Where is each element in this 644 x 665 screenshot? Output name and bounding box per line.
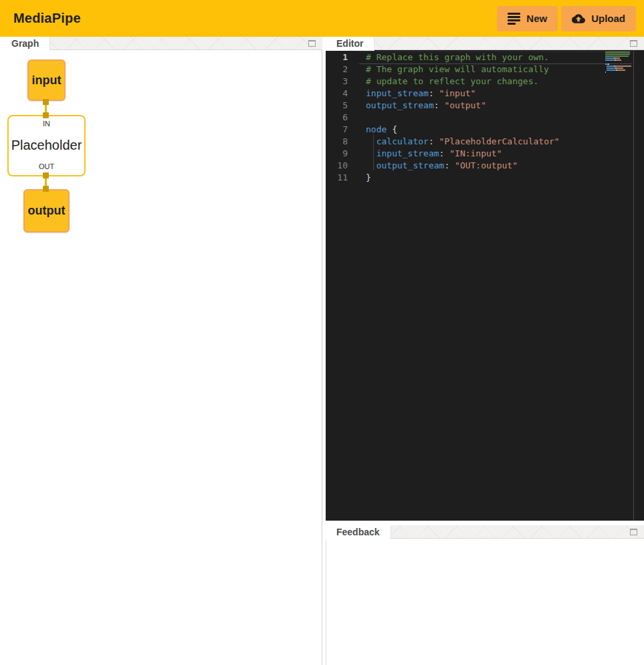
minimap[interactable] [605, 51, 633, 74]
tab-feedback-label: Feedback [336, 527, 380, 537]
line-number: 1 [326, 51, 348, 63]
line-number: 10 [326, 160, 348, 172]
maximize-icon [630, 40, 637, 47]
code-line: 3# update to reflect your changes. [326, 76, 644, 88]
tab-graph-label: Graph [11, 38, 39, 49]
graph-maximize-button[interactable] [308, 39, 316, 47]
node-input-label: input [32, 74, 62, 88]
editor-panel: Editor 1# Replace this graph with your o… [326, 37, 644, 521]
port-placeholder-out[interactable] [43, 172, 49, 178]
port-placeholder-in[interactable] [43, 112, 49, 118]
port-input-out[interactable] [43, 99, 49, 105]
graph-node-output[interactable]: output [23, 189, 70, 233]
node-output-label: output [28, 204, 66, 218]
maximize-icon [308, 40, 316, 47]
feedback-maximize-button[interactable] [630, 528, 638, 535]
line-number: 7 [326, 124, 348, 136]
feedback-content [326, 539, 644, 665]
placeholder-in-port-label: IN [43, 120, 50, 128]
code-line: 11} [326, 172, 644, 184]
code-line: 1# Replace this graph with your own. [326, 51, 644, 63]
tab-graph[interactable]: Graph [1, 37, 50, 51]
graph-panel: Graph input IN Placeholder OUT output [1, 37, 322, 665]
code-line: 4input_stream: "input" [326, 88, 644, 100]
graph-tabstrip: Graph [1, 37, 322, 50]
app: { "header": { "title": "MediaPipe", "new… [0, 0, 644, 665]
tab-editor-label: Editor [336, 38, 363, 49]
header-actions: New Upload [497, 6, 636, 31]
graph-canvas[interactable]: input IN Placeholder OUT output [1, 50, 322, 665]
upload-button[interactable]: Upload [561, 6, 636, 31]
graph-node-input[interactable]: input [27, 59, 66, 101]
subject-icon [508, 13, 520, 25]
line-number: 9 [326, 148, 348, 160]
cloud-upload-icon [572, 12, 585, 25]
code-area[interactable]: 1# Replace this graph with your own.2# T… [326, 50, 644, 521]
feedback-panel: Feedback [326, 525, 644, 665]
editor-tabstrip: Editor [326, 37, 644, 50]
graph-node-placeholder[interactable]: IN Placeholder OUT [7, 115, 86, 176]
port-output-in[interactable] [43, 186, 49, 192]
placeholder-out-port-label: OUT [39, 162, 54, 170]
upload-button-label: Upload [591, 13, 625, 24]
tab-editor[interactable]: Editor [326, 37, 374, 51]
tab-feedback[interactable]: Feedback [326, 525, 391, 539]
new-button-label: New [526, 13, 547, 24]
line-number: 2 [326, 63, 348, 76]
line-number: 5 [326, 100, 348, 112]
new-button[interactable]: New [497, 6, 558, 31]
feedback-tabstrip: Feedback [326, 525, 644, 539]
app-title: MediaPipe [13, 11, 81, 26]
indent-guide [373, 134, 374, 170]
maximize-icon [630, 529, 637, 535]
placeholder-node-label: Placeholder [11, 138, 82, 153]
code-editor[interactable]: 1# Replace this graph with your own.2# T… [326, 50, 644, 521]
editor-maximize-button[interactable] [630, 39, 638, 47]
line-number: 11 [326, 172, 348, 184]
code-line: 5output_stream: "output" [326, 100, 644, 112]
code-line: 6 [326, 112, 644, 124]
line-number: 4 [326, 88, 348, 100]
line-number: 3 [326, 76, 348, 88]
app-header: MediaPipe New Upload [0, 0, 644, 37]
line-number: 6 [326, 112, 348, 124]
overview-ruler [633, 50, 634, 521]
code-line: 2# The graph view will automatically [326, 63, 644, 76]
line-number: 8 [326, 136, 348, 148]
